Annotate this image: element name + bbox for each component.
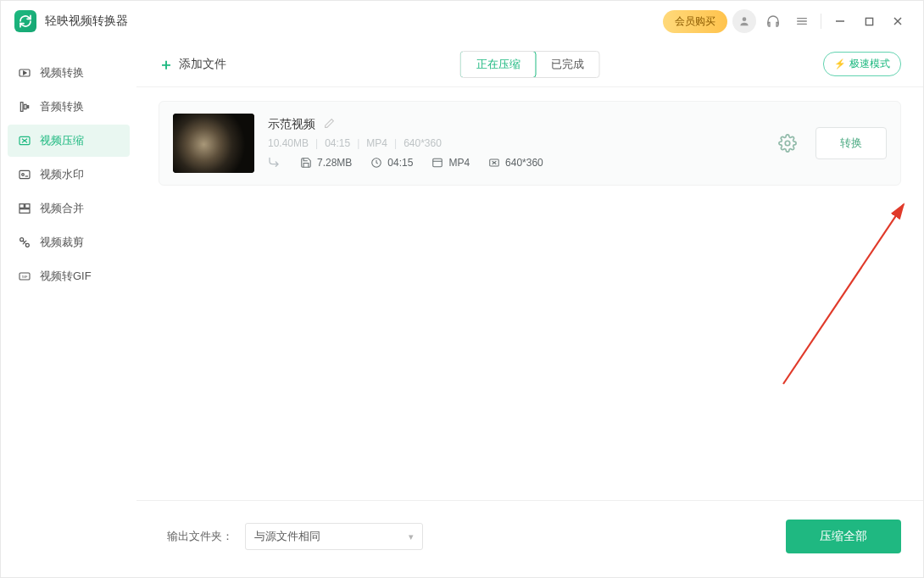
output-size-item: 7.28MB: [300, 157, 352, 169]
svg-line-29: [783, 204, 904, 384]
menu-icon[interactable]: [790, 9, 814, 33]
status-tabs: 正在压缩 已完成: [460, 51, 600, 78]
output-meta: 7.28MB 04:15 MP4: [268, 156, 760, 170]
content: ＋ 添加文件 正在压缩 已完成 ⚡ 极速模式: [136, 42, 923, 577]
minimize-button[interactable]: [828, 9, 852, 33]
settings-gear-button[interactable]: [773, 129, 802, 158]
sidebar-item-watermark[interactable]: 视频水印: [8, 158, 130, 191]
svg-rect-11: [24, 104, 26, 108]
divider: [821, 14, 821, 29]
crop-icon: [18, 236, 31, 249]
svg-rect-17: [25, 204, 30, 208]
file-card: 示范视频 10.40MB| 04:15| MP4| 640*360: [159, 101, 901, 186]
output-folder-label: 输出文件夹：: [167, 529, 233, 544]
sidebar-item-gif[interactable]: GIF 视频转GIF: [8, 260, 130, 292]
video-compress-icon: [18, 134, 31, 147]
footer: 输出文件夹： 与源文件相同 ▾ 压缩全部: [136, 500, 923, 577]
output-folder-value: 与源文件相同: [254, 529, 320, 544]
watermark-icon: [18, 168, 31, 181]
sidebar-item-label: 视频转GIF: [40, 269, 92, 284]
add-file-label: 添加文件: [179, 57, 226, 72]
output-duration: 04:15: [387, 157, 413, 169]
svg-rect-16: [19, 204, 24, 208]
sidebar-item-audio-convert[interactable]: 音频转换: [8, 91, 130, 123]
edit-name-icon[interactable]: [324, 117, 335, 132]
speed-mode-label: 极速模式: [849, 57, 890, 71]
sidebar-item-video-compress[interactable]: 视频压缩: [8, 125, 130, 157]
close-button[interactable]: [886, 9, 910, 33]
gear-icon: [778, 134, 797, 153]
file-title: 示范视频: [268, 117, 315, 132]
resolution-icon: [488, 157, 500, 169]
source-format: MP4: [366, 137, 387, 149]
arrow-down-right-icon: [268, 156, 281, 170]
output-resolution: 640*360: [505, 157, 543, 169]
video-convert-icon: [18, 66, 31, 80]
app-title: 轻映视频转换器: [45, 14, 128, 29]
output-resolution-item: 640*360: [488, 157, 543, 169]
app-window: 轻映视频转换器 会员购买: [0, 0, 924, 578]
tab-pending[interactable]: 正在压缩: [460, 51, 537, 78]
svg-rect-24: [433, 158, 443, 166]
chevron-down-icon: ▾: [409, 531, 414, 542]
speed-mode-button[interactable]: ⚡ 极速模式: [823, 52, 901, 76]
output-folder-select[interactable]: 与源文件相同 ▾: [245, 523, 423, 550]
output-format-item: MP4: [431, 157, 470, 169]
svg-text:GIF: GIF: [22, 275, 28, 279]
file-info: 示范视频 10.40MB| 04:15| MP4| 640*360: [268, 117, 760, 170]
svg-point-15: [22, 174, 25, 176]
film-icon: [431, 157, 443, 169]
annotation-arrow: [776, 197, 921, 392]
output-format: MP4: [448, 157, 470, 169]
svg-point-0: [743, 17, 747, 21]
sidebar-item-label: 视频水印: [40, 167, 84, 182]
plus-icon: ＋: [159, 54, 174, 75]
app-logo-icon: [14, 10, 36, 32]
svg-rect-14: [19, 170, 30, 178]
convert-button[interactable]: 转换: [815, 127, 887, 159]
sidebar-item-merge[interactable]: 视频合并: [8, 192, 130, 225]
tab-done[interactable]: 已完成: [536, 52, 599, 77]
source-size: 10.40MB: [268, 137, 309, 149]
disk-icon: [300, 157, 312, 169]
sidebar-item-video-convert[interactable]: 视频转换: [8, 57, 130, 89]
clock-icon: [370, 157, 382, 169]
svg-rect-10: [20, 103, 23, 112]
output-size: 7.28MB: [317, 157, 352, 169]
svg-rect-5: [866, 18, 872, 25]
sidebar-item-label: 视频合并: [40, 201, 84, 216]
svg-marker-9: [24, 71, 26, 75]
output-duration-item: 04:15: [370, 157, 413, 169]
titlebar-right: 会员购买: [663, 9, 910, 33]
maximize-button[interactable]: [857, 9, 881, 33]
source-duration: 04:15: [325, 137, 350, 149]
add-file-button[interactable]: ＋ 添加文件: [159, 54, 226, 75]
titlebar-left: 轻映视频转换器: [14, 10, 128, 32]
titlebar: 轻映视频转换器 会员购买: [1, 1, 923, 42]
svg-rect-12: [27, 106, 28, 108]
bolt-icon: ⚡: [834, 58, 846, 69]
source-resolution: 640*360: [404, 137, 442, 149]
sidebar-item-label: 视频压缩: [40, 133, 84, 148]
user-icon[interactable]: [732, 9, 756, 33]
sidebar-item-crop[interactable]: 视频裁剪: [8, 226, 130, 258]
svg-point-27: [785, 141, 790, 146]
sidebar: 视频转换 音频转换 视频压缩 视频水印 视频合并 视频裁剪: [1, 42, 136, 577]
file-list: 示范视频 10.40MB| 04:15| MP4| 640*360: [136, 87, 923, 500]
source-meta: 10.40MB| 04:15| MP4| 640*360: [268, 137, 760, 149]
sidebar-item-label: 视频转换: [40, 65, 84, 81]
merge-icon: [18, 202, 31, 215]
sidebar-item-label: 视频裁剪: [40, 235, 84, 250]
video-thumbnail[interactable]: [173, 114, 254, 173]
toolbar: ＋ 添加文件 正在压缩 已完成 ⚡ 极速模式: [136, 42, 923, 87]
audio-convert-icon: [18, 100, 31, 114]
compress-all-button[interactable]: 压缩全部: [786, 520, 901, 553]
sidebar-item-label: 音频转换: [40, 99, 84, 114]
svg-rect-18: [19, 209, 30, 214]
gif-icon: GIF: [18, 270, 31, 283]
vip-buy-button[interactable]: 会员购买: [663, 10, 727, 33]
headphone-icon[interactable]: [761, 9, 785, 33]
main: 视频转换 音频转换 视频压缩 视频水印 视频合并 视频裁剪: [1, 42, 923, 577]
